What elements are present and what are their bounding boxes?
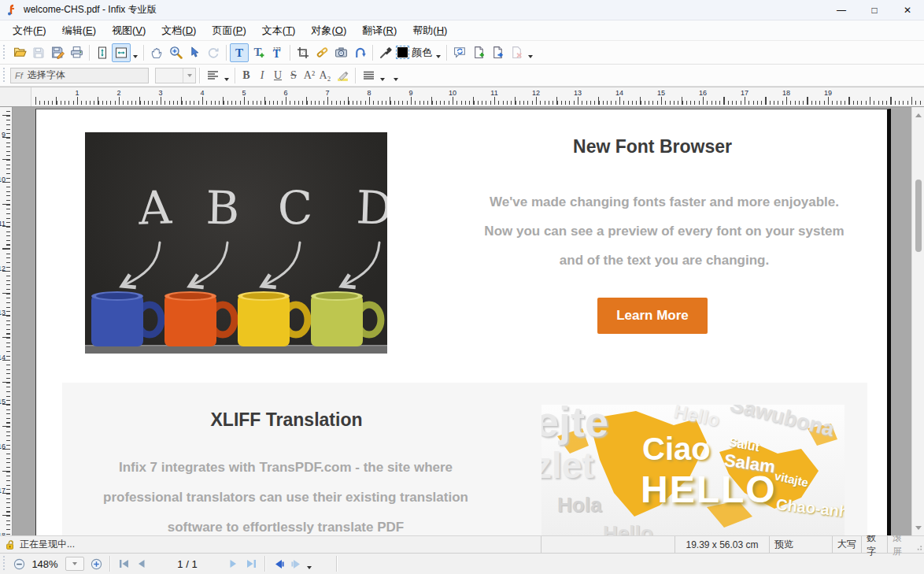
menu-item-e[interactable]: 编辑(E): [54, 21, 104, 40]
text-numbering-tool-button[interactable]: 123 T: [268, 43, 286, 62]
hruler-number: 11: [490, 89, 497, 97]
italic-button[interactable]: I: [254, 69, 270, 82]
vruler-number: 18: [0, 531, 6, 536]
menu-item-d[interactable]: 文档(D): [153, 21, 204, 40]
toolbar-grip[interactable]: [3, 556, 7, 572]
menu-item-t[interactable]: 文本(T): [254, 21, 304, 40]
toolbar-overflow-dropdown[interactable]: [394, 78, 398, 81]
app-icon: [6, 4, 19, 17]
chalk-letter: B: [205, 181, 240, 235]
forward-view-button[interactable]: [287, 555, 305, 572]
color-swatch[interactable]: [397, 47, 408, 57]
back-view-button[interactable]: [270, 555, 287, 572]
learn-more-button[interactable]: Learn More: [597, 298, 708, 334]
zoom-level: 148%: [28, 558, 62, 570]
view-history-dropdown[interactable]: [307, 566, 312, 569]
bottom-toolbar: 148% 1 / 1: [0, 553, 924, 574]
paragraph-line: professional translators can use their e…: [62, 483, 509, 513]
menu-item-h[interactable]: 帮助(H): [405, 21, 455, 40]
fit-height-button[interactable]: [93, 43, 112, 62]
eyedropper-tool-button[interactable]: [376, 43, 395, 62]
font-size-combo[interactable]: [155, 68, 196, 83]
resize-grip[interactable]: [915, 536, 924, 553]
rotate-tool-button[interactable]: [204, 43, 223, 62]
preview-mode-indicator: 预览: [769, 536, 832, 553]
toolbar-separator: [143, 45, 144, 61]
toolbar-grip[interactable]: [3, 68, 7, 83]
first-page-button[interactable]: [115, 555, 132, 572]
toolbar-grip[interactable]: [3, 45, 7, 61]
chalk-letter: C: [277, 181, 313, 235]
select-tool-button[interactable]: [185, 43, 204, 62]
hruler-number: 18: [782, 89, 790, 97]
text-tool-button[interactable]: T: [230, 43, 249, 62]
undo-path-tool-button[interactable]: [350, 43, 369, 62]
line-spacing-dropdown[interactable]: [380, 78, 385, 81]
toolbar-separator: [226, 45, 227, 61]
zoom-tool-button[interactable]: [166, 43, 185, 62]
status-bar: 正在呈现中... 19.39 x 56.03 cm 预览 大写 数字 滚屏: [0, 535, 924, 553]
xliff-section-paragraph: Infix 7 integrates with TransPDF.com - t…: [62, 453, 509, 535]
menu-item-p[interactable]: 页面(P): [204, 21, 253, 40]
hyperlink-tool-button[interactable]: [312, 43, 331, 62]
page-insert-button[interactable]: [469, 43, 488, 62]
scrollbar-thumb[interactable]: [915, 180, 922, 252]
menu-item-o[interactable]: 对象(O): [303, 21, 354, 40]
zoom-combo[interactable]: [65, 557, 84, 571]
strikethrough-button[interactable]: S: [286, 69, 301, 82]
subscript-button[interactable]: A₂: [317, 69, 333, 82]
hruler-number: 6: [283, 89, 287, 97]
save-button[interactable]: [29, 43, 48, 62]
previous-page-button[interactable]: [132, 555, 150, 572]
hruler-number: 15: [657, 89, 665, 97]
camera-tool-button[interactable]: [331, 43, 350, 62]
close-button[interactable]: ✕: [891, 0, 924, 20]
status-empty-cell: [541, 536, 675, 553]
vertical-scrollbar[interactable]: [911, 107, 924, 535]
fit-options-dropdown[interactable]: [133, 55, 138, 58]
paragraph-line: Infix 7 integrates with TransPDF.com - t…: [62, 453, 509, 483]
next-page-button[interactable]: [225, 555, 242, 572]
maximize-button[interactable]: □: [858, 0, 891, 20]
align-button[interactable]: [203, 66, 222, 85]
lock-icon: [5, 539, 16, 550]
paragraph-line: Now you can see a preview of every font …: [412, 217, 891, 246]
menu-item-r[interactable]: 翻译(R): [354, 21, 405, 40]
line-spacing-button[interactable]: [359, 66, 378, 85]
menu-item-f[interactable]: 文件(F): [5, 21, 54, 40]
highlighter-button[interactable]: [333, 66, 352, 85]
minimize-button[interactable]: —: [825, 0, 858, 20]
crop-tool-button[interactable]: [294, 43, 312, 62]
num-indicator: 数字: [861, 536, 887, 553]
save-as-button[interactable]: [48, 43, 67, 62]
align-dropdown[interactable]: [224, 78, 229, 81]
font-size-dropdown[interactable]: [183, 69, 195, 83]
scroll-down-arrow[interactable]: [912, 521, 924, 534]
vertical-ruler: 9101112131415161718: [0, 107, 13, 535]
title-bar: welcome-CHS.pdf - Infix 专业版 — □ ✕: [0, 0, 924, 20]
ruler-row: 12345678910111213141516171819: [0, 87, 924, 107]
superscript-button[interactable]: A²: [301, 69, 317, 82]
comment-sync-button[interactable]: [450, 43, 469, 62]
zoom-in-button[interactable]: [87, 555, 105, 572]
color-dropdown[interactable]: [436, 55, 441, 58]
print-button[interactable]: [67, 43, 86, 62]
abcd-mugs-image: ABCD: [85, 132, 387, 354]
open-button[interactable]: [10, 43, 29, 62]
hello-languages-image: ejteCiaoHelloSawubonaSalutSalamzletHolaH…: [541, 405, 845, 535]
font-selector[interactable]: Ff 选择字体: [10, 68, 149, 83]
menu-item-v[interactable]: 视图(V): [104, 21, 153, 40]
page-tools-dropdown[interactable]: [528, 55, 533, 58]
scroll-up-arrow[interactable]: [912, 109, 924, 121]
page-delete-button[interactable]: [507, 43, 526, 62]
fit-width-button[interactable]: [112, 43, 131, 62]
page-extract-button[interactable]: [488, 43, 507, 62]
text-plus-tool-button[interactable]: T: [249, 43, 268, 62]
font-section-title: New Font Browser: [412, 136, 891, 157]
bold-button[interactable]: B: [238, 69, 254, 82]
chalk-letter: A: [138, 180, 172, 235]
underline-button[interactable]: U: [270, 69, 286, 82]
zoom-out-button[interactable]: [10, 555, 28, 572]
last-page-button[interactable]: [242, 555, 260, 572]
hand-tool-button[interactable]: [147, 43, 166, 62]
